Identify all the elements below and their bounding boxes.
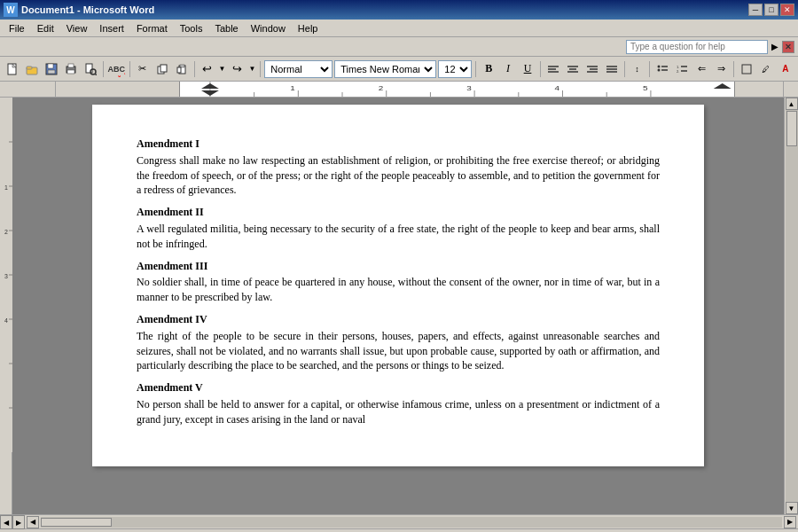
svg-text:1: 1 <box>4 184 8 191</box>
open-button[interactable] <box>23 59 41 79</box>
italic-button[interactable]: I <box>499 59 517 79</box>
menu-format[interactable]: Format <box>131 21 173 35</box>
menu-window[interactable]: Window <box>246 21 291 35</box>
svg-rect-0 <box>8 64 16 74</box>
save-button[interactable] <box>43 59 60 79</box>
restore-button[interactable]: □ <box>764 4 778 16</box>
document-scroll[interactable]: Amendment I Congress shall make no law r… <box>12 98 784 514</box>
help-arrow-icon[interactable]: ▶ <box>771 42 778 51</box>
ruler: 1 2 3 4 5 <box>0 82 798 98</box>
prev-page-button[interactable]: ◀ <box>0 515 12 529</box>
svg-text:4: 4 <box>555 83 560 91</box>
align-center-button[interactable] <box>564 59 582 79</box>
amendment-1-text: Congress shall make no law respecting an… <box>137 153 660 198</box>
left-ruler: 1 2 3 4 <box>0 98 12 514</box>
toolbar-separator-1 <box>103 61 104 77</box>
svg-rect-8 <box>67 70 74 74</box>
align-right-button[interactable] <box>583 59 601 79</box>
ordered-list-button[interactable]: 1.2. <box>673 59 691 79</box>
align-left-button[interactable] <box>544 59 562 79</box>
horizontal-scrollbar-area: ◀ ▶ ◀ ▶ <box>0 514 798 528</box>
bold-button[interactable]: B <box>480 59 497 79</box>
menu-insert[interactable]: Insert <box>94 21 129 35</box>
scroll-left-button[interactable]: ◀ <box>27 516 39 528</box>
spell-button[interactable]: ABC <box>107 59 127 79</box>
menu-view[interactable]: View <box>61 21 93 35</box>
menu-bar: File Edit View Insert Format Tools Table… <box>0 20 798 37</box>
toolbar-separator-6 <box>540 61 541 77</box>
word-icon: W <box>4 3 18 17</box>
undo-dropdown[interactable]: ▼ <box>218 59 227 79</box>
toolbar-separator-8 <box>649 61 650 77</box>
menu-table[interactable]: Table <box>209 21 243 35</box>
new-button[interactable] <box>4 59 21 79</box>
svg-text:4: 4 <box>4 317 8 324</box>
print-button[interactable] <box>62 59 80 79</box>
svg-text:2.: 2. <box>677 69 679 74</box>
svg-text:1: 1 <box>290 83 295 91</box>
amendment-3-title: Amendment III <box>137 259 660 274</box>
paste-button[interactable] <box>173 59 191 79</box>
svg-text:3: 3 <box>4 273 8 279</box>
underline-button[interactable]: U <box>519 59 536 79</box>
svg-marker-56 <box>714 83 732 89</box>
amendment-1-title: Amendment I <box>137 137 660 152</box>
style-dropdown[interactable]: Normal Heading 1 Heading 2 <box>264 60 332 78</box>
main-toolbar: ABC ✂ ↩ ▼ ↪ ▼ Normal Heading 1 Heading 2… <box>0 57 798 82</box>
amendment-4-text: The right of the people to be secure in … <box>137 329 660 373</box>
increase-indent-button[interactable]: ⇒ <box>712 59 730 79</box>
font-color-button[interactable]: A <box>777 59 794 79</box>
unordered-list-button[interactable] <box>653 59 671 79</box>
svg-text:2: 2 <box>4 229 8 235</box>
amendment-3-text: No soldier shall, in time of peace be qu… <box>137 275 660 305</box>
svg-rect-9 <box>86 64 92 73</box>
cut-button[interactable]: ✂ <box>134 59 152 79</box>
svg-text:5: 5 <box>643 83 648 91</box>
h-scroll-track[interactable] <box>41 517 782 528</box>
undo-button[interactable]: ↩ <box>199 59 216 79</box>
toolbar-separator-3 <box>194 61 195 77</box>
border-button[interactable] <box>738 59 755 79</box>
svg-rect-13 <box>160 65 167 72</box>
copy-button[interactable] <box>153 59 171 79</box>
redo-dropdown[interactable]: ▼ <box>247 59 256 79</box>
toolbar-separator-7 <box>624 61 625 77</box>
close-button[interactable]: ✕ <box>780 4 794 16</box>
vertical-scrollbar[interactable]: ▲ ▼ <box>784 98 798 514</box>
menu-edit[interactable]: Edit <box>32 21 59 35</box>
amendment-2-text: A well regulated militia, being necessar… <box>137 222 660 252</box>
status-bar: Page 1 Sec 1 1/1 At 6.3" Ln 29 Col 49 RE… <box>0 528 798 532</box>
menu-file[interactable]: File <box>4 21 30 35</box>
line-spacing-button[interactable]: ↕ <box>629 59 646 79</box>
font-size-dropdown[interactable]: 12 10 14 16 <box>438 60 472 78</box>
highlight-button[interactable]: 🖊 <box>757 59 775 79</box>
title-bar-left: W Document1 - Microsoft Word <box>4 3 154 17</box>
amendment-4-title: Amendment IV <box>137 312 660 327</box>
justify-button[interactable] <box>603 59 621 79</box>
document-area: 1 2 3 4 Amendment I Congress shall make … <box>0 98 798 514</box>
help-search-input[interactable] <box>626 40 768 54</box>
decrease-indent-button[interactable]: ⇐ <box>692 59 710 79</box>
scroll-up-button[interactable]: ▲ <box>786 98 798 110</box>
amendment-5-text: No person shall be held to answer for a … <box>137 397 660 427</box>
preview-button[interactable] <box>82 59 99 79</box>
minimize-button[interactable]: ─ <box>748 4 763 16</box>
scroll-thumb[interactable] <box>786 111 797 146</box>
document-page: Amendment I Congress shall make no law r… <box>92 105 704 466</box>
svg-rect-16 <box>177 67 181 73</box>
font-dropdown[interactable]: Times New Roman Arial Courier New <box>334 60 436 78</box>
svg-rect-5 <box>48 70 55 74</box>
menu-help[interactable]: Help <box>293 21 324 35</box>
svg-line-11 <box>95 74 97 75</box>
svg-marker-55 <box>201 90 219 96</box>
toolbar-separator-9 <box>733 61 734 77</box>
scroll-right-button[interactable]: ▶ <box>784 516 796 528</box>
h-scroll-thumb[interactable] <box>41 518 112 527</box>
menu-tools[interactable]: Tools <box>175 21 208 35</box>
svg-rect-4 <box>48 64 53 68</box>
redo-button[interactable]: ↪ <box>229 59 246 79</box>
help-close-button[interactable]: ✕ <box>782 41 794 53</box>
scroll-down-button[interactable]: ▼ <box>786 502 798 514</box>
next-page-button[interactable]: ▶ <box>12 515 25 529</box>
scroll-track[interactable] <box>786 110 798 502</box>
